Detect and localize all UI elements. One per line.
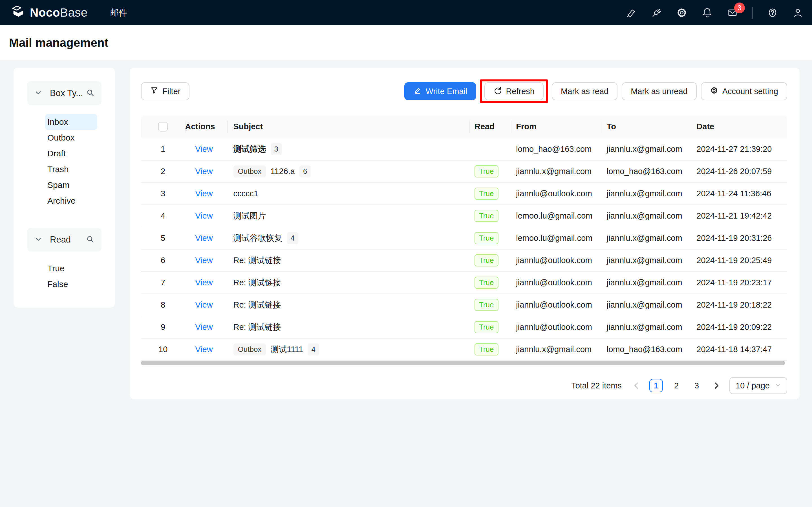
- view-link[interactable]: View: [195, 145, 213, 154]
- mail-table: Actions Subject Read From To Date 1 View…: [141, 115, 787, 361]
- to-cell: jiannlu.x@gmail.com: [602, 205, 692, 227]
- sidebar-item-read-true[interactable]: True: [45, 261, 115, 276]
- subject-text: 测试图片: [234, 210, 266, 222]
- read-status-tag: True: [474, 165, 499, 177]
- chevron-down-icon: [775, 381, 781, 390]
- table-header-row: Actions Subject Read From To Date: [141, 115, 787, 138]
- date-cell: 2024-11-19 20:09:22: [691, 316, 787, 338]
- view-link[interactable]: View: [195, 189, 213, 198]
- table-row: 3 View ccccc1 True jiannlu@outlook.com j…: [141, 182, 787, 205]
- select-all-checkbox[interactable]: [158, 122, 168, 131]
- date-cell: 2024-11-21 19:42:42: [691, 205, 787, 227]
- to-cell: jiannlu.x@gmail.com: [602, 294, 692, 316]
- view-link[interactable]: View: [195, 211, 213, 220]
- view-link[interactable]: View: [195, 256, 213, 265]
- pagination-prev-icon[interactable]: [630, 379, 643, 392]
- column-header-date: Date: [691, 115, 787, 138]
- chevron-down-icon: [35, 89, 42, 98]
- nocobase-logo[interactable]: NocoBase: [11, 5, 88, 20]
- from-cell: jiannlu@outlook.com: [511, 249, 602, 272]
- top-navbar: NocoBase 邮件: [0, 0, 812, 25]
- thread-count-badge: 6: [299, 165, 311, 177]
- pagination-page-2[interactable]: 2: [670, 379, 683, 392]
- account-setting-button[interactable]: Account setting: [701, 82, 787, 100]
- subject-text: 1126.a: [270, 167, 295, 176]
- read-list: True False: [45, 261, 115, 292]
- mail-envelope-icon[interactable]: 3: [727, 7, 738, 18]
- page-title: Mail management: [9, 36, 108, 50]
- pagination-total: Total 22 items: [571, 381, 622, 390]
- view-link[interactable]: View: [195, 278, 213, 287]
- subject-text: 测试1111: [270, 344, 303, 355]
- to-cell: lomo_hao@163.com: [602, 338, 692, 360]
- sidebar-item-trash[interactable]: Trash: [45, 161, 115, 177]
- refresh-icon: [493, 86, 502, 97]
- notification-bell-icon[interactable]: [702, 7, 713, 18]
- column-header-subject: Subject: [227, 115, 469, 138]
- subject-text: 测试筛选: [234, 144, 266, 155]
- plugin-api-icon[interactable]: [651, 7, 662, 18]
- mark-as-read-button[interactable]: Mark as read: [552, 82, 617, 100]
- filter-funnel-icon: [150, 86, 158, 97]
- view-link[interactable]: View: [195, 233, 213, 242]
- filter-sidebar: Box Ty... Inbox Outbox Draft Trash Spam …: [13, 68, 115, 307]
- sidebar-item-outbox[interactable]: Outbox: [45, 130, 115, 146]
- box-tag: Outbox: [234, 165, 266, 177]
- page-titlebar: Mail management: [0, 25, 812, 60]
- sidebar-item-draft[interactable]: Draft: [45, 146, 115, 161]
- read-status-tag: True: [474, 232, 499, 244]
- refresh-button[interactable]: Refresh: [485, 82, 544, 100]
- view-link[interactable]: View: [195, 167, 213, 176]
- thread-count-badge: 4: [287, 232, 298, 244]
- sidebar-item-archive[interactable]: Archive: [45, 193, 115, 209]
- pagination-next-icon[interactable]: [710, 379, 723, 392]
- settings-gear-icon[interactable]: [676, 7, 688, 18]
- gear-icon: [710, 86, 718, 97]
- write-email-button[interactable]: Write Email: [404, 82, 476, 100]
- date-cell: 2024-11-24 11:36:46: [691, 182, 787, 205]
- help-question-icon[interactable]: [767, 7, 778, 18]
- date-cell: 2024-11-19 20:31:26: [691, 227, 787, 249]
- view-link[interactable]: View: [195, 323, 213, 332]
- mark-as-unread-button[interactable]: Mark as unread: [622, 82, 697, 100]
- column-header-read: Read: [469, 115, 511, 138]
- table-row: 8 View Re: 测试链接 True jiannlu@outlook.com…: [141, 294, 787, 316]
- filter-button[interactable]: Filter: [141, 82, 190, 100]
- toolbar-right-group: Write Email Refresh Mark as: [404, 82, 787, 100]
- table-toolbar: Filter Write Email: [141, 82, 787, 100]
- mail-table-card: Filter Write Email: [130, 68, 800, 399]
- search-icon[interactable]: [86, 89, 94, 98]
- subject-text: Re: 测试链接: [234, 322, 281, 333]
- from-cell: lomo_hao@163.com: [511, 138, 602, 160]
- from-cell: jiannlu@outlook.com: [511, 182, 602, 205]
- date-cell: 2024-11-19 20:23:17: [691, 272, 787, 294]
- page-size-select[interactable]: 10 / page: [729, 377, 787, 394]
- ui-editor-highlighter-icon[interactable]: [625, 7, 637, 18]
- read-status-tag: True: [474, 277, 499, 289]
- sidebar-item-inbox[interactable]: Inbox: [45, 114, 115, 130]
- pagination-page-3[interactable]: 3: [690, 379, 703, 392]
- navbar-actions: 3: [625, 7, 804, 18]
- user-profile-icon[interactable]: [792, 7, 804, 18]
- nav-menu-mail[interactable]: 邮件: [105, 4, 132, 21]
- from-cell: lemoo.lu@gmail.com: [511, 227, 602, 249]
- search-icon[interactable]: [86, 235, 94, 244]
- subject-text: Re: 测试链接: [234, 299, 281, 311]
- pagination-page-1[interactable]: 1: [649, 379, 663, 392]
- thread-count-badge: 3: [271, 143, 282, 155]
- box-type-list: Inbox Outbox Draft Trash Spam Archive: [45, 114, 115, 209]
- view-link[interactable]: View: [195, 300, 213, 309]
- to-cell: lomo_hao@163.com: [602, 160, 692, 182]
- from-cell: jiannlu@outlook.com: [511, 272, 602, 294]
- sidebar-item-read-false[interactable]: False: [45, 276, 115, 292]
- horizontal-scrollbar[interactable]: [141, 361, 785, 365]
- view-link[interactable]: View: [195, 345, 213, 354]
- to-cell: jiannlu.x@gmail.com: [602, 272, 692, 294]
- read-status-tag: True: [474, 299, 499, 311]
- read-section-header[interactable]: Read: [28, 228, 101, 251]
- sidebar-item-spam[interactable]: Spam: [45, 177, 115, 193]
- box-type-section-header[interactable]: Box Ty...: [28, 81, 101, 105]
- table-row: 6 View Re: 测试链接 True jiannlu@outlook.com…: [141, 249, 787, 272]
- from-cell: lemoo.lu@gmail.com: [511, 205, 602, 227]
- column-header-actions: Actions: [185, 115, 227, 138]
